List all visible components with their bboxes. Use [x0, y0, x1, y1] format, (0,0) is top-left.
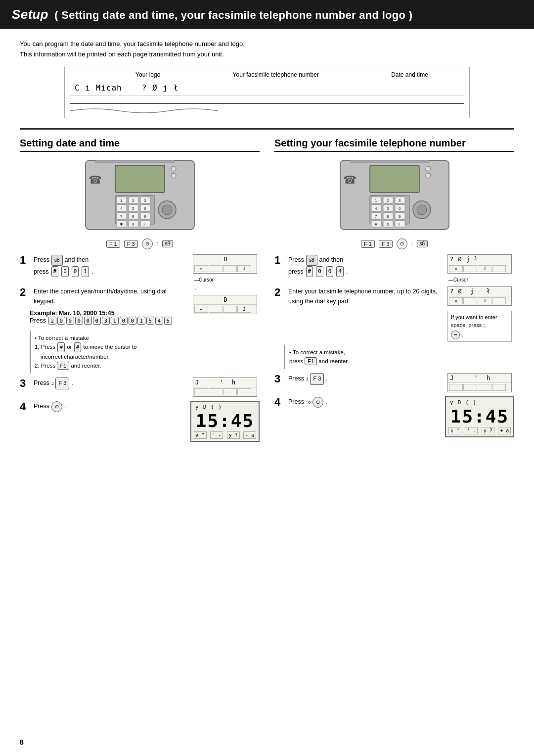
f1-button-left[interactable]: F 1: [106, 240, 120, 248]
r-lcd-d: D: [458, 399, 462, 406]
svg-text:0: 0: [387, 222, 389, 227]
right-lcd-top: y D ( ): [448, 399, 511, 406]
right-step4-dot: .: [325, 396, 327, 408]
section-divider: [20, 128, 514, 130]
svg-point-36: [426, 173, 431, 178]
intro-line1: You can program the date and time, your …: [20, 39, 514, 49]
svg-text:0: 0: [132, 222, 134, 227]
lcd-y: y: [195, 404, 199, 410]
left-step4-num: 4: [20, 401, 32, 413]
right-step1-press: Press: [288, 254, 304, 266]
f3-button-left[interactable]: F 3: [124, 240, 138, 248]
right-f3-button[interactable]: F 3: [310, 373, 324, 385]
svg-rect-34: [370, 165, 419, 192]
svg-rect-32: [95, 160, 175, 163]
left-step3-lcd: J ' h: [193, 378, 257, 397]
phone-text: ? Ø j ł: [142, 83, 178, 93]
f1-note[interactable]: F1: [57, 362, 69, 370]
left-step1-lcd: D « J: [193, 254, 257, 274]
right-step3-dot: .: [326, 373, 327, 384]
left-step1-s8[interactable]: s8: [51, 255, 63, 266]
lcd-seg-rs3-1: [449, 384, 463, 391]
svg-text:#: #: [143, 222, 146, 227]
left-f3-button[interactable]: F 3: [55, 378, 69, 389]
right-dial-button[interactable]: ⊙: [312, 397, 323, 408]
lcd-seg-rs3-3: [478, 384, 491, 391]
label-phone: Your facsimile telephone number: [233, 71, 319, 78]
lcd-seg-s3-3: [223, 388, 237, 395]
right-step1-num: 1: [274, 254, 286, 266]
left-dial-button[interactable]: ⊙: [51, 401, 62, 412]
right-step2-lcd-segs: « J: [448, 296, 511, 305]
left-step4: 4 Press ⊙ . y D ( ): [20, 401, 260, 442]
svg-text:#: #: [398, 222, 400, 227]
svg-rect-1: [115, 165, 165, 192]
left-step1-text: 1 Press s8 and then press # 0 0 1 .: [20, 254, 188, 278]
right-step2-text: 2 Enter your facsimile telephone number,…: [274, 286, 443, 306]
lcd-seg-s3-1: [194, 388, 208, 395]
right-step1-display: ? Ø j ł « J —Cursor: [447, 254, 514, 283]
right-step1-s8[interactable]: s8: [306, 255, 317, 266]
right-step2-lcd: ? Ø j ł « J: [447, 286, 512, 306]
right-step2-desc: Enter your facsimile telephone number, u…: [288, 286, 443, 306]
left-step1-num: 1: [20, 254, 32, 266]
left-step3-display: J ' h: [193, 378, 260, 397]
left-step2-press-label: Press: [30, 317, 46, 324]
left-fax-machine-svg: ☎ 1 2 3 4 5 6: [81, 158, 199, 235]
lcd-seg-r1-1: «: [449, 265, 463, 272]
note-2: 2. Press F1 and reenter.: [35, 361, 256, 371]
s8-button-right[interactable]: s8: [417, 240, 428, 247]
right-step4-num: 4: [274, 396, 286, 408]
svg-text:3: 3: [144, 198, 146, 203]
left-step3-lcd-segs: [193, 387, 257, 396]
svg-text:4: 4: [375, 206, 377, 211]
f3-button-right[interactable]: F 3: [379, 240, 393, 248]
left-step2-notes: • To correct a mistake 1. Press ✱ or # t…: [30, 331, 260, 374]
right-step2-notes: • To correct a mistake, press F1 and ree…: [284, 345, 514, 369]
left-step1-press-row: press # 0 0 1 .: [20, 266, 188, 278]
lcd-seg-s3-2: [209, 388, 222, 395]
svg-text:1: 1: [375, 198, 377, 203]
right-step4-display: y D ( ) 15:45 ∧ " ' - y ? + a: [445, 396, 514, 438]
left-step2-lcd-segs: « J: [193, 305, 257, 314]
s8-button-left[interactable]: s8: [162, 240, 174, 247]
r-lcd-bottom-3: y ?: [482, 427, 494, 434]
lcd-seg-r1-2: [463, 265, 477, 272]
right-step2-lcd-top: ? Ø j ł: [448, 287, 511, 296]
right-step3-display: J ' h: [447, 373, 514, 392]
right-section-heading: Setting your facsimile telephone number: [274, 138, 514, 152]
lcd-seg-s3-4: [237, 388, 251, 395]
svg-point-35: [426, 166, 431, 171]
svg-text:4: 4: [120, 206, 123, 211]
left-step2-row: 2 Enter the correct year/month/day/time,…: [20, 286, 260, 328]
dial-button-right[interactable]: ⊙: [397, 238, 407, 249]
intro-line2: This information will be printed on each…: [20, 49, 514, 60]
dial-button-left[interactable]: ⊙: [142, 238, 153, 249]
star-key: ✱: [57, 342, 65, 352]
minus-circle-icon: −: [451, 331, 460, 339]
right-step1-andthen: and then: [319, 254, 344, 266]
page-header: Setup ( Setting date and time, your facs…: [0, 0, 534, 29]
right-fax-machine-svg: ☎ 1 2 3 4 5 6 7 8: [335, 158, 454, 235]
svg-text:8: 8: [387, 214, 389, 219]
svg-text:8: 8: [132, 214, 134, 219]
right-step1-lcd-top: ? Ø j ł: [448, 255, 511, 264]
note-1b: incorrect character/number.: [35, 352, 256, 361]
left-step1-press: Press: [34, 254, 49, 266]
svg-text:9: 9: [399, 214, 401, 219]
left-fax-bottom-row: F 1 F 3 ⊙ : s8: [20, 238, 260, 249]
svg-text:3: 3: [399, 198, 401, 203]
f1-button-right[interactable]: F 1: [361, 240, 375, 248]
left-step4-text: 4 Press ⊙ .: [20, 401, 185, 413]
label-date: Date and time: [391, 71, 428, 78]
right-step1-lcd: ? Ø j ł « J: [447, 254, 512, 274]
left-step4-display: y D ( ) 15:45 ∧ " ' - y ? + a: [190, 401, 260, 442]
right-step1-row: 1 Press s8 and then press # 0 0 4 .: [274, 254, 514, 283]
left-step3-text: 3 Press J F 3 .: [20, 378, 188, 389]
f1-right-note[interactable]: F1: [305, 357, 317, 365]
left-step2-desc: Enter the correct year/month/day/time, u…: [34, 286, 188, 306]
svg-text:2: 2: [387, 198, 389, 203]
fax-header-content: C i Micah ? Ø j ł: [70, 80, 464, 96]
svg-text:☎: ☎: [89, 174, 102, 186]
wavy-line-svg: [70, 106, 218, 115]
